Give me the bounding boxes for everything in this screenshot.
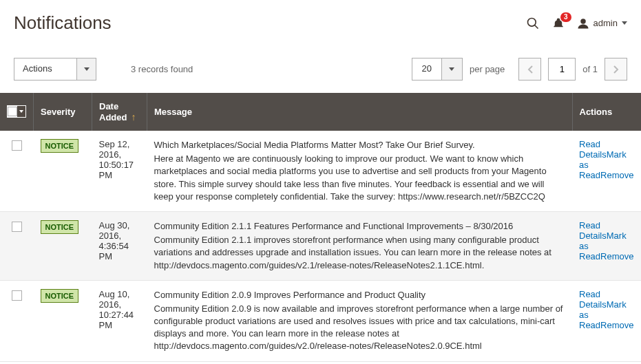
user-icon (577, 17, 589, 30)
page-size-toggle[interactable] (441, 58, 462, 80)
read-details-link[interactable]: Read Details (579, 139, 607, 160)
column-header-select[interactable] (0, 93, 34, 131)
column-header-severity[interactable]: Severity (34, 93, 92, 131)
read-details-link[interactable]: Read Details (579, 220, 607, 241)
row-checkbox[interactable] (12, 290, 22, 301)
notification-badge: 3 (560, 12, 571, 22)
bulk-actions-select[interactable]: Actions (14, 58, 96, 81)
actions-cell: Read DetailsMark as ReadRemove (572, 211, 641, 280)
column-header-message[interactable]: Message (147, 93, 573, 131)
date-cell: Sep 12, 2016, 10:50:17 PM (92, 131, 147, 211)
read-details-link[interactable]: Read Details (579, 289, 607, 310)
severity-badge: NOTICE (41, 139, 79, 153)
select-all-toggle[interactable] (17, 106, 25, 117)
user-menu[interactable]: admin (577, 17, 627, 30)
column-header-date[interactable]: Date Added↑ (92, 93, 147, 131)
page-number-input[interactable] (548, 58, 576, 81)
bulk-actions-toggle[interactable] (76, 58, 96, 80)
search-icon[interactable] (526, 17, 540, 30)
notifications-table: Severity Date Added↑ Message Actions NOT… (0, 93, 641, 362)
column-header-actions: Actions (572, 93, 641, 131)
page-size-select[interactable]: 20 (412, 58, 463, 81)
chevron-down-icon (622, 21, 627, 25)
remove-link[interactable]: Remove (600, 251, 633, 261)
table-row: NOTICEAug 10, 2016, 10:27:44 PMCommunity… (0, 280, 641, 361)
actions-cell: Read DetailsMark as ReadRemove (572, 280, 641, 361)
bulk-actions-label: Actions (14, 58, 76, 80)
severity-badge: NOTICE (41, 289, 79, 303)
select-all-checkbox[interactable] (8, 107, 17, 116)
message-cell: Community Edition 2.0.9 Improves Perform… (147, 280, 573, 361)
severity-badge: NOTICE (41, 220, 79, 234)
date-cell: Aug 10, 2016, 10:27:44 PM (92, 280, 147, 361)
svg-point-2 (580, 19, 586, 24)
page-of-label: of 1 (582, 64, 598, 74)
message-cell: Community Edition 2.1.1 Features Perform… (147, 211, 573, 280)
table-row: NOTICEAug 30, 2016, 4:36:54 PMCommunity … (0, 211, 641, 280)
page-size-value: 20 (412, 58, 441, 80)
row-checkbox[interactable] (12, 222, 22, 232)
page-title: Notifications (14, 12, 112, 34)
chevron-right-icon (613, 65, 619, 74)
username-label: admin (593, 18, 618, 28)
table-row: NOTICESep 12, 2016, 10:50:17 PMWhich Mar… (0, 131, 641, 211)
message-cell: Which Marketplaces/Social Media Platform… (147, 131, 573, 211)
actions-cell: Read DetailsMark as ReadRemove (572, 131, 641, 211)
row-checkbox[interactable] (12, 140, 22, 151)
prev-page-button[interactable] (518, 58, 541, 81)
next-page-button[interactable] (605, 58, 627, 81)
records-found-label: 3 records found (131, 64, 193, 74)
chevron-down-icon (19, 110, 23, 113)
svg-line-1 (534, 25, 538, 28)
remove-link[interactable]: Remove (600, 320, 633, 330)
per-page-label: per page (470, 64, 505, 74)
column-header-date-label: Date Added (99, 101, 127, 122)
date-cell: Aug 30, 2016, 4:36:54 PM (92, 211, 147, 280)
remove-link[interactable]: Remove (600, 170, 633, 180)
sort-asc-icon: ↑ (131, 111, 136, 122)
chevron-down-icon (84, 67, 90, 71)
chevron-down-icon (449, 67, 454, 71)
notifications-icon[interactable]: 3 (552, 17, 565, 30)
chevron-left-icon (527, 65, 533, 74)
svg-point-0 (527, 18, 536, 26)
